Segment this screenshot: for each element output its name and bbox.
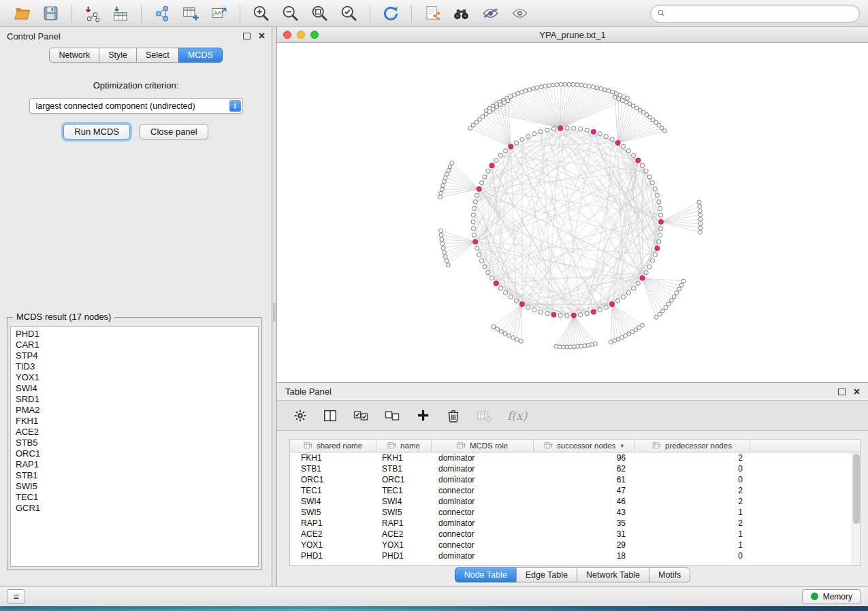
delete-table-icon xyxy=(476,408,492,424)
add-row-button[interactable] xyxy=(411,406,436,425)
mcds-result-item[interactable]: ORC1 xyxy=(16,448,258,459)
table-row[interactable]: PHD1PHD1dominator180 xyxy=(290,550,852,561)
mcds-result-item[interactable]: STB5 xyxy=(16,437,258,448)
list-icon: ≡ xyxy=(13,592,18,601)
mcds-result-item[interactable]: SRD1 xyxy=(16,394,258,405)
mcds-result-item[interactable]: YOX1 xyxy=(16,372,258,383)
mcds-result-item[interactable]: TEC1 xyxy=(16,492,258,503)
toolbar-separator xyxy=(141,5,142,22)
new-table-button[interactable] xyxy=(179,2,202,25)
table-panel: Table Panel × f(x) shared namenameMCDS r… xyxy=(277,383,868,586)
mcds-result-item[interactable]: STP4 xyxy=(16,350,258,361)
tab-node-table[interactable]: Node Table xyxy=(455,567,517,582)
mcds-result-item[interactable]: PHD1 xyxy=(16,329,258,340)
mcds-result-list[interactable]: PHD1CAR1STP4TID3YOX1SWI4SRD1PMA2FKH1ACE2… xyxy=(10,326,259,567)
close-table-panel-icon[interactable]: × xyxy=(854,386,860,397)
unselect-all-icon xyxy=(384,408,400,424)
column-header-predecessor-nodes[interactable]: predecessor nodes xyxy=(634,440,750,452)
mcds-result-item[interactable]: RAP1 xyxy=(16,459,258,470)
open-session-button[interactable] xyxy=(11,2,34,25)
table-row[interactable]: ACE2ACE2connector311 xyxy=(290,529,852,540)
column-header-mcds-role[interactable]: MCDS role xyxy=(432,440,534,452)
table-row[interactable]: ORC1ORC1dominator610 xyxy=(290,474,852,485)
hide-selected-button[interactable] xyxy=(479,2,502,25)
table-panel-header: Table Panel × xyxy=(277,383,868,400)
mcds-result-item[interactable]: TID3 xyxy=(16,361,258,372)
zoom-out-button[interactable] xyxy=(278,2,302,25)
cell-name: YOX1 xyxy=(376,540,432,550)
export-document-button[interactable] xyxy=(421,2,444,25)
cell-predecessor-nodes: 1 xyxy=(634,507,750,518)
table-row[interactable]: SWI4SWI4dominator462 xyxy=(290,496,852,507)
run-mcds-button[interactable]: Run MCDS xyxy=(63,124,130,139)
memory-button[interactable]: Memory xyxy=(802,589,861,604)
minimize-window-button[interactable] xyxy=(297,31,305,39)
close-window-button[interactable] xyxy=(283,31,291,39)
columns-button[interactable] xyxy=(318,407,342,425)
tab-network[interactable]: Network xyxy=(49,48,99,63)
table-row[interactable]: SWI5SWI5connector431 xyxy=(290,507,852,518)
table-scrollbar[interactable] xyxy=(852,452,861,565)
search-box[interactable] xyxy=(650,5,860,22)
find-button[interactable] xyxy=(449,2,473,25)
column-header-successor-nodes[interactable]: successor nodes▾ xyxy=(534,440,634,452)
close-panel-icon[interactable]: × xyxy=(259,31,265,42)
table-row[interactable]: STB1STB1dominator620 xyxy=(290,463,852,474)
window-controls xyxy=(283,31,319,39)
float-table-panel-icon[interactable] xyxy=(838,389,846,395)
panel-splitter[interactable] xyxy=(272,27,277,586)
export-image-button[interactable] xyxy=(208,2,231,25)
tab-mcds[interactable]: MCDS xyxy=(178,48,223,63)
select-all-button[interactable] xyxy=(348,406,374,425)
column-header-shared-name[interactable]: shared name xyxy=(290,440,376,452)
unselect-all-button[interactable] xyxy=(379,406,405,425)
mcds-result-item[interactable]: STB1 xyxy=(16,470,258,481)
mcds-result-item[interactable]: FKH1 xyxy=(16,416,258,427)
close-panel-button[interactable]: Close panel xyxy=(140,124,208,139)
network-canvas[interactable] xyxy=(277,43,868,383)
zoom-fit-button[interactable] xyxy=(308,2,332,25)
mcds-result-item[interactable]: SWI5 xyxy=(16,481,258,492)
float-panel-icon[interactable] xyxy=(243,33,251,39)
import-table-button[interactable] xyxy=(109,2,132,25)
refresh-button[interactable] xyxy=(379,2,402,25)
new-network-button[interactable] xyxy=(150,2,174,25)
table-row[interactable]: TEC1TEC1connector472 xyxy=(290,485,852,496)
mcds-result-item[interactable]: PMA2 xyxy=(16,405,258,416)
tab-edge-table[interactable]: Edge Table xyxy=(516,567,577,582)
criterion-select[interactable]: largest connected component (undirected)… xyxy=(29,98,243,114)
zoom-window-button[interactable] xyxy=(310,31,319,39)
column-header-label: shared name xyxy=(317,442,362,450)
save-session-button[interactable] xyxy=(39,2,62,25)
cell-mcds-role: connector xyxy=(432,529,534,540)
table-row[interactable]: FKH1FKH1dominator962 xyxy=(290,452,852,463)
tab-motifs[interactable]: Motifs xyxy=(649,567,690,582)
mcds-result-item[interactable]: GCR1 xyxy=(16,503,258,514)
new-table-icon xyxy=(182,5,199,22)
open-session-icon xyxy=(14,5,31,22)
table-toolbar: f(x) xyxy=(277,400,868,431)
cell-successor-nodes: 29 xyxy=(534,540,634,550)
zoom-in-button[interactable] xyxy=(249,2,273,25)
cell-shared-name: RAP1 xyxy=(290,518,376,529)
cell-name: STB1 xyxy=(376,463,432,474)
tab-style[interactable]: Style xyxy=(99,48,137,63)
gear-button[interactable] xyxy=(288,407,312,425)
column-header-name[interactable]: name xyxy=(376,440,432,452)
scrollbar-thumb[interactable] xyxy=(853,454,860,524)
show-all-button[interactable] xyxy=(508,2,532,25)
table-row[interactable]: YOX1YOX1connector291 xyxy=(290,540,852,550)
task-history-button[interactable]: ≡ xyxy=(7,589,25,604)
delete-row-button[interactable] xyxy=(441,407,466,425)
zoom-selected-button[interactable] xyxy=(337,2,361,25)
table-row[interactable]: RAP1RAP1dominator352 xyxy=(290,518,852,529)
hide-selected-icon xyxy=(481,4,500,22)
tab-network-table[interactable]: Network Table xyxy=(577,567,649,582)
mcds-result-item[interactable]: ACE2 xyxy=(16,427,258,437)
tab-select[interactable]: Select xyxy=(136,48,179,63)
import-network-button[interactable] xyxy=(80,2,103,25)
mcds-result-item[interactable]: SWI4 xyxy=(16,383,258,394)
mcds-result-item[interactable]: CAR1 xyxy=(16,340,258,350)
add-row-icon xyxy=(415,408,431,423)
search-input[interactable] xyxy=(670,8,853,19)
